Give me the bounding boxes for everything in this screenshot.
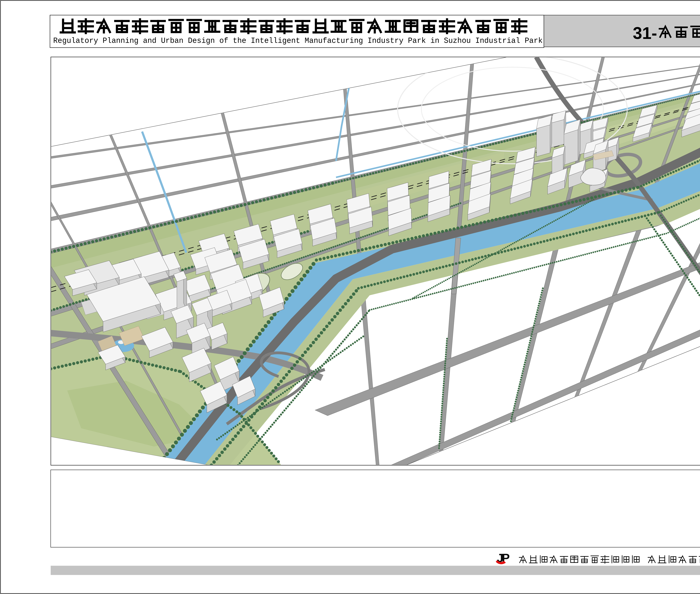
svg-text:Regulatory Planning and Urban: Regulatory Planning and Urban Design of … — [53, 36, 543, 45]
svg-text:31-: 31- — [633, 24, 657, 42]
